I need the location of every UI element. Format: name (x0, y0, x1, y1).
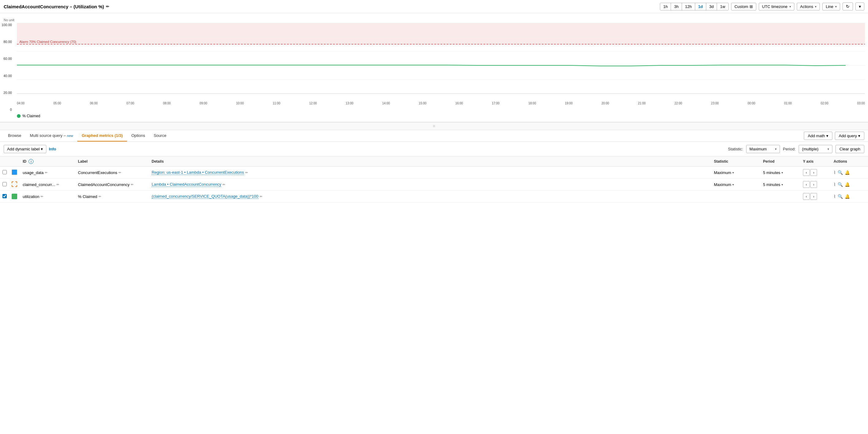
row3-label-text: % Claimed (78, 194, 97, 199)
row1-checkbox-cell (0, 167, 9, 179)
metrics-toolbar: Add dynamic label ▾ Info Statistic: Maxi… (0, 142, 868, 157)
statistic-label: Statistic: (728, 147, 743, 151)
period-label: Period: (783, 147, 796, 151)
refresh-button[interactable]: ↻ (842, 2, 853, 10)
row2-period-arrow-icon[interactable]: ▾ (781, 183, 783, 186)
x-tick-2000: 20:00 (601, 102, 609, 105)
edit-title-icon[interactable]: ✏ (106, 4, 109, 9)
col-header-details: Details (149, 157, 711, 167)
x-tick-0600: 06:00 (90, 102, 98, 105)
row2-details-cell: Lambda • ClaimedAccountConcurrency ✏ (149, 179, 711, 191)
x-tick-1700: 17:00 (492, 102, 499, 105)
time-btn-12h[interactable]: 12h (682, 3, 695, 10)
period-dropdown[interactable]: (multiple) ▾ (799, 145, 832, 153)
timezone-dropdown[interactable]: UTC timezone ▾ (759, 3, 794, 10)
legend-color-dot (17, 114, 21, 118)
row3-label-edit-icon[interactable]: ✏ (98, 195, 101, 198)
y-tick-100: 100.00 (2, 23, 12, 27)
dynamic-label-button[interactable]: Add dynamic label ▾ (4, 145, 46, 153)
tabs-bar: Browse Multi source query – new Graphed … (0, 130, 868, 142)
time-btn-3h[interactable]: 3h (671, 3, 682, 10)
tab-multi-source[interactable]: Multi source query – new (26, 130, 78, 142)
chart-type-dropdown[interactable]: Line ▾ (822, 3, 840, 10)
custom-time-button[interactable]: Custom ⊞ (731, 3, 756, 10)
row2-statistic-text: Maximum (714, 182, 731, 187)
time-btn-1h[interactable]: 1h (660, 3, 671, 10)
y-tick-20: 20.00 (3, 91, 12, 95)
row2-statistic-arrow-icon[interactable]: ▾ (732, 183, 734, 186)
time-btn-3d[interactable]: 3d (706, 3, 717, 10)
row2-checkbox[interactable] (2, 182, 7, 186)
row1-details-edit-icon[interactable]: ✏ (245, 170, 248, 175)
clear-graph-button[interactable]: Clear graph (835, 145, 864, 153)
row1-alarm-icon[interactable]: 🔔 (845, 170, 850, 175)
row1-color-swatch[interactable] (12, 169, 17, 175)
row3-search-icon[interactable]: 🔍 (838, 194, 843, 199)
row2-id-edit-icon[interactable]: ✏ (57, 183, 59, 187)
row1-period-arrow-icon[interactable]: ▾ (781, 171, 783, 174)
x-tick-0800: 08:00 (163, 102, 170, 105)
custom-label: Custom (735, 4, 748, 9)
row1-actions-cell: ⌇ 🔍 🔔 (831, 167, 868, 179)
row3-trend-icon[interactable]: ⌇ (834, 194, 836, 199)
row2-search-icon[interactable]: 🔍 (838, 182, 843, 187)
id-info-icon[interactable]: i (29, 159, 33, 164)
x-tick-1800: 18:00 (528, 102, 536, 105)
info-badge[interactable]: Info (49, 147, 56, 151)
resizer-handle[interactable]: = (0, 122, 868, 130)
row1-period-cell: 5 minutes ▾ (761, 167, 801, 179)
row2-trend-icon[interactable]: ⌇ (834, 182, 836, 187)
row2-label-edit-icon[interactable]: ✏ (131, 183, 133, 187)
tab-source[interactable]: Source (150, 130, 170, 142)
row3-yaxis-right-button[interactable]: › (810, 193, 817, 200)
time-btn-1w[interactable]: 1w (717, 3, 728, 10)
tab-graphed-metrics[interactable]: Graphed metrics (1/3) (78, 130, 127, 142)
row1-search-icon[interactable]: 🔍 (838, 170, 843, 175)
row1-details-link[interactable]: Region: us-east-1 • Lambda • ConcurrentE… (152, 170, 244, 175)
row2-alarm-icon[interactable]: 🔔 (845, 182, 850, 187)
row3-details-cell: (claimed_concurrency/SERVICE_QUOTA(usage… (149, 191, 711, 203)
period-value: (multiple) (802, 147, 818, 151)
row2-actions-cell: ⌇ 🔍 🔔 (831, 179, 868, 191)
row1-id-cell: usage_data ✏ (20, 167, 75, 179)
row3-alarm-icon[interactable]: 🔔 (845, 194, 850, 199)
row2-yaxis-left-button[interactable]: ‹ (803, 181, 810, 188)
row3-details-edit-icon[interactable]: ✏ (260, 195, 262, 198)
add-math-label: Add math (808, 133, 825, 138)
page-header: ClaimedAccountConcurrency – (Utilization… (0, 0, 868, 13)
row1-id-text: usage_data (23, 170, 43, 175)
row1-label-edit-icon[interactable]: ✏ (119, 170, 121, 175)
row1-id-edit-icon[interactable]: ✏ (45, 170, 48, 175)
row2-details-link[interactable]: Lambda • ClaimedAccountConcurrency (152, 182, 221, 187)
x-tick-0400: 04:00 (17, 102, 25, 105)
statistic-dropdown[interactable]: Maximum ▾ (746, 145, 780, 153)
row3-id-edit-icon[interactable]: ✏ (40, 195, 43, 198)
tab-browse[interactable]: Browse (4, 130, 26, 142)
actions-button[interactable]: Actions ▾ (797, 3, 820, 10)
row1-trend-icon[interactable]: ⌇ (834, 170, 836, 175)
x-tick-0200: 02:00 (821, 102, 828, 105)
row3-details-link[interactable]: (claimed_concurrency/SERVICE_QUOTA(usage… (152, 194, 258, 199)
row2-details-edit-icon[interactable]: ✏ (222, 183, 225, 187)
row1-checkbox[interactable] (2, 170, 7, 174)
metrics-right-controls: Statistic: Maximum ▾ Period: (multiple) … (728, 145, 864, 153)
row3-yaxis-left-button[interactable]: ‹ (803, 193, 810, 200)
more-options-button[interactable]: ▾ (856, 2, 864, 10)
table-row: usage_data ✏ ConcurrentExecutions ✏ Regi… (0, 167, 868, 179)
col-header-color (9, 157, 20, 167)
x-tick-1500: 15:00 (418, 102, 426, 105)
row1-yaxis-right-button[interactable]: › (810, 169, 817, 176)
add-math-button[interactable]: Add math ▾ (804, 132, 832, 140)
add-query-button[interactable]: Add query ▾ (835, 132, 864, 140)
row3-checkbox-cell (0, 191, 9, 203)
row3-color-swatch[interactable] (12, 194, 17, 199)
row2-color-swatch[interactable] (12, 181, 17, 187)
row1-statistic-arrow-icon[interactable]: ▾ (732, 171, 734, 174)
row2-yaxis-right-button[interactable]: › (810, 181, 817, 188)
add-query-arrow-icon: ▾ (858, 133, 860, 138)
row2-period-cell: 5 minutes ▾ (761, 179, 801, 191)
time-btn-1d[interactable]: 1d (695, 3, 706, 10)
tab-options[interactable]: Options (127, 130, 150, 142)
row1-yaxis-left-button[interactable]: ‹ (803, 169, 810, 176)
row3-checkbox[interactable] (2, 194, 7, 198)
